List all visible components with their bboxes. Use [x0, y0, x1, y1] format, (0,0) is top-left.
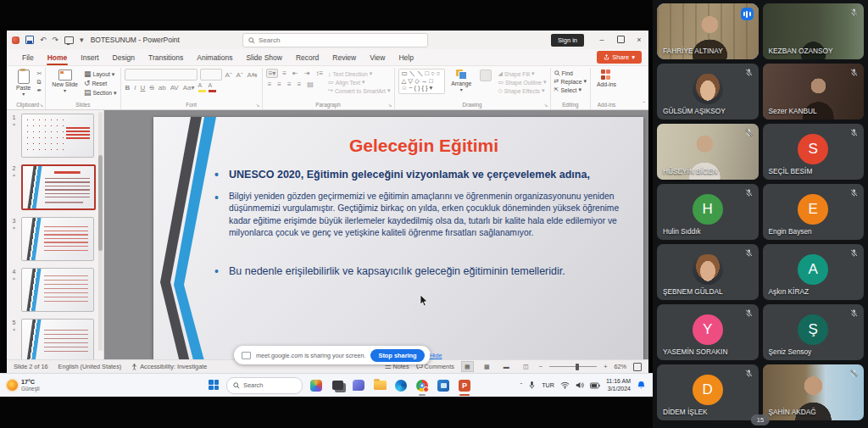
shrink-font-icon[interactable]: Aˇ [236, 71, 244, 79]
edge-browser-icon[interactable] [394, 379, 408, 392]
close-button[interactable]: × [630, 36, 648, 44]
zoom-out-button[interactable]: − [539, 363, 542, 370]
layout-button[interactable]: ▦Layout▾ [84, 70, 117, 78]
ribbon-tab-insert[interactable]: Insert [74, 51, 105, 64]
slide-thumbnail-2[interactable] [21, 164, 96, 210]
notification-bell-icon[interactable] [637, 381, 646, 390]
participant-tile[interactable]: KEZBAN OZANSOY [763, 3, 865, 59]
taskbar-search[interactable]: Search [226, 377, 303, 394]
strikethrough-button[interactable]: S [148, 84, 154, 92]
undo-icon[interactable]: ↶ [40, 36, 47, 44]
justify-button[interactable]: ≡ [296, 81, 303, 88]
slide-thumbnail-1[interactable] [21, 114, 94, 158]
copy-icon[interactable]: ⧉ [36, 79, 42, 86]
participant-tile[interactable]: ŞŞeniz Sensoy [763, 304, 865, 360]
keyboard-language[interactable]: TUR [542, 381, 554, 389]
slideshow-from-start-icon[interactable] [64, 36, 74, 44]
zoom-in-button[interactable]: + [604, 363, 607, 370]
redo-icon[interactable]: ↷ [53, 36, 59, 44]
collapse-ribbon-icon[interactable]: ˇ [643, 100, 645, 108]
slide-thumbnail-3[interactable] [21, 217, 94, 261]
file-explorer-icon[interactable] [373, 379, 387, 392]
find-button[interactable]: Find [554, 70, 587, 76]
wifi-icon[interactable] [560, 381, 570, 389]
convert-smartart-button[interactable]: ↪Convert to SmartArt▾ [328, 87, 390, 94]
share-button[interactable]: Share ▾ [597, 51, 642, 64]
task-view-icon[interactable] [331, 379, 344, 392]
shape-outline-button[interactable]: ▭Shape Outline▾ [498, 79, 546, 86]
participant-tile[interactable]: EEngin Baysen [763, 184, 865, 240]
ribbon-tab-record[interactable]: Record [289, 51, 326, 64]
volume-icon[interactable] [576, 381, 584, 389]
increase-indent-icon[interactable]: ⇥ [303, 69, 312, 77]
reading-view-button[interactable]: ▬ [500, 361, 513, 372]
fit-slide-to-window-icon[interactable] [633, 363, 642, 371]
participant-tile[interactable]: SSEÇİL BESİM [763, 124, 865, 180]
shapes-gallery[interactable]: ▭＼＼□○○ △▽◇→□ ☆~(){}▾ [398, 69, 446, 94]
sign-in-button[interactable]: Sign in [551, 34, 584, 47]
font-dialog-launcher[interactable]: ↘ [256, 102, 260, 108]
participant-tile[interactable]: AAşkın KİRAZ [763, 244, 865, 300]
font-name-select[interactable] [125, 69, 198, 81]
text-shadow-button[interactable]: ab [158, 84, 167, 92]
chrome-browser-icon[interactable] [415, 379, 429, 392]
start-button[interactable] [209, 380, 220, 391]
align-left-button[interactable]: ≡ [266, 81, 274, 88]
font-size-select[interactable] [200, 69, 222, 81]
ribbon-tab-view[interactable]: View [363, 51, 392, 64]
taskbar-clock[interactable]: 11:16 AM 3/1/2024 [606, 378, 631, 392]
ribbon-tab-review[interactable]: Review [326, 51, 363, 64]
participant-tile[interactable]: GÜLSÜM AŞIKSOY [657, 64, 759, 120]
stop-sharing-button[interactable]: Stop sharing [370, 349, 424, 362]
ribbon-tab-slide-show[interactable]: Slide Show [239, 51, 289, 64]
ribbon-tab-home[interactable]: Home [41, 51, 75, 64]
participant-tile[interactable]: HHulin Sıddık [657, 184, 759, 240]
hide-bar-link[interactable]: Hide [430, 352, 442, 359]
participant-count-badge[interactable]: 15 [751, 414, 770, 425]
powerpoint-taskbar-icon[interactable]: P [458, 379, 471, 392]
reset-button[interactable]: ↺Reset [84, 80, 117, 87]
change-case-button[interactable]: Aa▾ [182, 84, 196, 92]
participant-tile[interactable]: ŞEBNEM GÜLDAL [657, 244, 759, 300]
align-center-button[interactable]: ≡ [275, 81, 283, 88]
thumbnail-scrollbar[interactable] [98, 112, 103, 351]
clipboard-dialog-launcher[interactable]: ↘ [39, 102, 43, 108]
minimize-button[interactable]: – [593, 36, 611, 44]
character-spacing-button[interactable]: AV [170, 84, 180, 92]
italic-button[interactable]: I [133, 84, 136, 92]
language-status[interactable]: English (United States) [58, 363, 122, 370]
widgets-app-icon[interactable] [309, 379, 323, 392]
text-direction-button[interactable]: ↕Text Direction▾ [328, 70, 390, 77]
normal-view-button[interactable]: ▦ [461, 361, 474, 372]
addins-button[interactable]: Add-ins [594, 69, 619, 88]
replace-button[interactable]: ⇄Replace▾ [554, 78, 587, 85]
text-highlight-icon[interactable]: A [198, 83, 206, 92]
paste-button[interactable]: Paste ▾ [14, 69, 33, 97]
ribbon-tab-file[interactable]: File [15, 51, 41, 64]
columns-button[interactable]: ▤ [305, 81, 315, 88]
format-painter-icon[interactable]: ✒ [36, 87, 42, 94]
slideshow-view-button[interactable]: ◫ [520, 361, 532, 372]
section-button[interactable]: ▤Section▾ [84, 89, 117, 97]
search-box[interactable]: Search [242, 33, 428, 47]
grow-font-icon[interactable]: Aˆ [225, 71, 233, 79]
participant-tile[interactable]: ŞAHİN AKDAĞ [763, 364, 865, 420]
microphone-icon[interactable] [528, 381, 536, 390]
participant-tile[interactable]: Sezer KANBUL [763, 64, 865, 120]
underline-button[interactable]: U [140, 84, 147, 92]
participant-tile[interactable]: FAHRİYE ALTINAY [657, 3, 759, 59]
ribbon-tab-help[interactable]: Help [392, 51, 420, 64]
slide-thumbnail-4[interactable] [21, 268, 94, 312]
ribbon-tab-animations[interactable]: Animations [190, 51, 239, 64]
arrange-button[interactable]: Arrange ▾ [448, 69, 474, 93]
align-right-button[interactable]: ≡ [286, 81, 293, 88]
participant-tile[interactable]: YYASEMİN SORAKIN [657, 304, 759, 360]
current-slide[interactable]: Geleceğin Eğitimi UNESCO 2020, Eğitimin … [153, 117, 643, 359]
store-app-icon[interactable] [437, 379, 450, 392]
quick-styles-button[interactable] [477, 69, 494, 82]
ribbon-tab-transitions[interactable]: Transitions [142, 51, 190, 64]
participant-tile[interactable]: DDİDEM İŞLEK [657, 364, 759, 420]
new-slide-button[interactable]: New Slide ▾ [49, 69, 81, 94]
tray-expand-icon[interactable]: ˆ [520, 381, 522, 389]
shape-fill-button[interactable]: ◢Shape Fill▾ [498, 70, 546, 77]
